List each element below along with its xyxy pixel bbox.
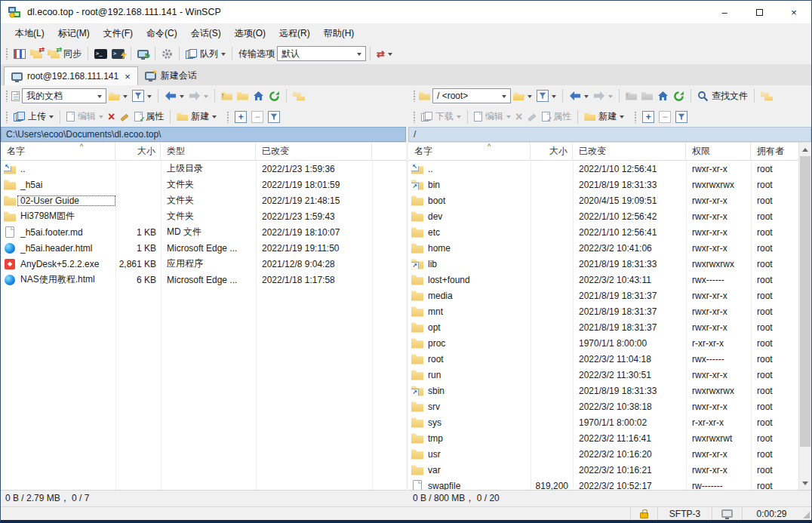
download-button[interactable]: 下载: [419, 109, 463, 125]
file-row[interactable]: etc 2022/1/10 12:56:41 rwxr-xr-x root: [408, 224, 798, 240]
menu-item[interactable]: 远程(R): [272, 25, 317, 42]
remote-back-button[interactable]: [567, 89, 591, 103]
open-terminal-button[interactable]: >_: [92, 48, 109, 60]
local-select-filter-button[interactable]: [266, 109, 282, 125]
remote-home-button[interactable]: [655, 89, 671, 103]
file-row[interactable]: var 2022/3/2 10:16:21 rwxr-xr-x root: [408, 462, 798, 478]
file-row[interactable]: mnt 2021/8/19 18:31:37 rwxr-xr-x root: [408, 303, 798, 319]
file-row[interactable]: media 2021/8/19 18:31:37 rwxr-xr-x root: [408, 288, 798, 303]
remote-column-owner[interactable]: 拥有者: [751, 143, 798, 160]
session-tab-close-icon[interactable]: ×: [125, 71, 131, 82]
file-row[interactable]: run 2022/3/2 11:30:51 rwxr-xr-x root: [408, 367, 798, 383]
file-row[interactable]: bin 2021/8/19 18:31:33 rwxrwxrwx root: [408, 177, 798, 192]
remote-root-directory-button[interactable]: [639, 90, 655, 103]
menu-item[interactable]: 标记(M): [51, 25, 97, 42]
resize-grip[interactable]: [801, 507, 811, 520]
connection-status[interactable]: [712, 507, 742, 520]
file-row[interactable]: Hi3798M固件 文件夹 2022/1/23 1:59:43: [1, 208, 406, 224]
transfer-preset-select[interactable]: 默认: [277, 46, 366, 61]
menu-item[interactable]: 会话(S): [184, 25, 228, 42]
remote-select-button[interactable]: +: [640, 109, 657, 125]
maximize-button[interactable]: [742, 1, 777, 23]
remote-scrollbar[interactable]: [798, 143, 811, 490]
file-row[interactable]: dev 2022/1/10 12:56:42 rwxr-xr-x root: [408, 208, 798, 224]
local-column-size[interactable]: 大小: [115, 143, 161, 160]
remote-follow-links-button[interactable]: [758, 89, 776, 103]
local-rename-button[interactable]: [117, 110, 132, 123]
file-row[interactable]: opt 2021/8/19 18:31:37 rwxr-xr-x root: [408, 319, 798, 335]
file-row[interactable]: lib 2021/8/19 18:31:33 rwxrwxrwx root: [408, 256, 798, 272]
file-row[interactable]: home 2022/3/2 10:41:06 rwxr-xr-x root: [408, 240, 798, 256]
file-row[interactable]: sbin 2021/8/19 18:31:33 rwxrwxrwx root: [408, 383, 798, 398]
remote-directory-select[interactable]: / <root>: [432, 88, 511, 103]
remote-properties-button[interactable]: ✓ 属性: [540, 109, 574, 125]
remote-rename-button[interactable]: [524, 110, 540, 123]
remote-edit-button[interactable]: 编辑: [472, 109, 513, 125]
remote-delete-button[interactable]: ×: [513, 110, 524, 124]
transfer-settings-button[interactable]: ⇄: [374, 48, 395, 60]
local-column-name[interactable]: 名字 ^: [1, 143, 115, 160]
file-row[interactable]: usr 2022/3/2 10:16:20 rwxr-xr-x root: [408, 446, 798, 462]
remote-refresh-button[interactable]: [671, 89, 687, 103]
file-row[interactable]: tmp 2022/3/2 11:16:41 rwxrwxrwt root: [408, 430, 798, 446]
local-delete-button[interactable]: ×: [106, 110, 117, 124]
find-files-button[interactable]: 查找文件: [695, 88, 750, 104]
remote-select-filter-button[interactable]: [673, 109, 690, 125]
local-directory-select[interactable]: 我的文档: [22, 88, 106, 103]
local-properties-button[interactable]: ✓ 属性: [132, 109, 166, 125]
file-row[interactable]: root 2022/3/2 11:04:18 rwx------ root: [408, 351, 798, 367]
file-row[interactable]: .. 上级目录 2022/1/23 1:59:36: [1, 161, 406, 177]
local-filter-button[interactable]: [130, 88, 154, 103]
preferences-button[interactable]: [159, 47, 175, 61]
file-row[interactable]: swapfile 819,200 2022/3/2 10:52:17 rw---…: [408, 478, 798, 490]
remote-new-button[interactable]: ★ 新建: [582, 109, 626, 125]
protocol-status[interactable]: SFTP-3: [657, 507, 712, 520]
local-new-button[interactable]: ★ 新建: [174, 109, 219, 125]
scroll-up-icon[interactable]: [799, 143, 811, 155]
open-console-button[interactable]: >: [109, 48, 127, 60]
file-row[interactable]: _h5ai 文件夹 2022/1/19 18:01:59: [1, 177, 406, 192]
file-row[interactable]: 02-User Guide 文件夹 2022/1/19 21:48:15: [1, 192, 406, 208]
file-row[interactable]: _h5ai.header.html 1 KB Microsoft Edge ..…: [1, 240, 406, 256]
remote-filter-button[interactable]: [534, 88, 558, 103]
file-row[interactable]: proc 1970/1/1 8:00:00 r-xr-xr-x root: [408, 335, 798, 351]
remote-path-bar[interactable]: /: [408, 127, 811, 142]
file-row[interactable]: AnyDesk+5.2.2.exe 2,861 KB 应用程序 2021/12/…: [1, 256, 406, 272]
local-select-button[interactable]: +: [232, 109, 249, 125]
menu-item[interactable]: 本地(L): [8, 25, 51, 42]
file-row[interactable]: lost+found 2022/3/2 10:43:11 rwx------ r…: [408, 272, 798, 288]
local-column-changed[interactable]: 已改变: [256, 143, 372, 160]
queue-dropdown-icon[interactable]: [221, 53, 226, 58]
file-row[interactable]: NAS使用教程.html 6 KB Microsoft Edge ... 202…: [1, 272, 406, 288]
local-forward-button[interactable]: [186, 89, 211, 103]
local-root-directory-button[interactable]: [235, 90, 251, 103]
menu-item[interactable]: 选项(O): [228, 25, 272, 42]
file-row[interactable]: sys 1970/1/1 8:00:02 r-xr-xr-x root: [408, 414, 798, 430]
remote-column-name[interactable]: 名字 ^: [408, 143, 531, 160]
synchronize-button[interactable]: ⇄ 同步: [45, 46, 84, 62]
synchronize-browsing-button[interactable]: ⇄: [28, 47, 45, 60]
remote-open-directory-button[interactable]: [511, 90, 534, 103]
local-unselect-button[interactable]: −: [249, 109, 266, 125]
local-edit-button[interactable]: 编辑: [64, 109, 106, 125]
menu-item[interactable]: 帮助(H): [317, 25, 361, 42]
local-back-button[interactable]: [162, 89, 186, 103]
upload-button[interactable]: 上传: [11, 109, 56, 125]
session-duration[interactable]: 0:00:29: [742, 507, 801, 520]
local-follow-links-button[interactable]: [291, 89, 308, 103]
menu-item[interactable]: 命令(C): [140, 25, 184, 42]
minimize-button[interactable]: –: [707, 1, 742, 23]
commander-layout-button[interactable]: [11, 48, 28, 60]
queue-button[interactable]: 队列: [183, 46, 228, 62]
local-refresh-button[interactable]: [266, 89, 282, 103]
remote-forward-button[interactable]: [591, 89, 615, 103]
local-home-button[interactable]: [251, 89, 266, 103]
local-parent-directory-button[interactable]: ↑: [219, 90, 235, 103]
remote-column-size[interactable]: 大小: [531, 143, 573, 160]
new-session-tab[interactable]: ★ 新建会话: [138, 66, 204, 85]
scrollbar-thumb[interactable]: [800, 156, 810, 447]
local-open-directory-button[interactable]: [106, 90, 130, 103]
remote-column-rights[interactable]: 权限: [686, 143, 751, 160]
file-row[interactable]: _h5ai.footer.md 1 KB MD 文件 2022/1/19 18:…: [1, 224, 406, 240]
file-row[interactable]: boot 2020/4/15 19:09:51 rwxr-xr-x root: [408, 192, 798, 208]
